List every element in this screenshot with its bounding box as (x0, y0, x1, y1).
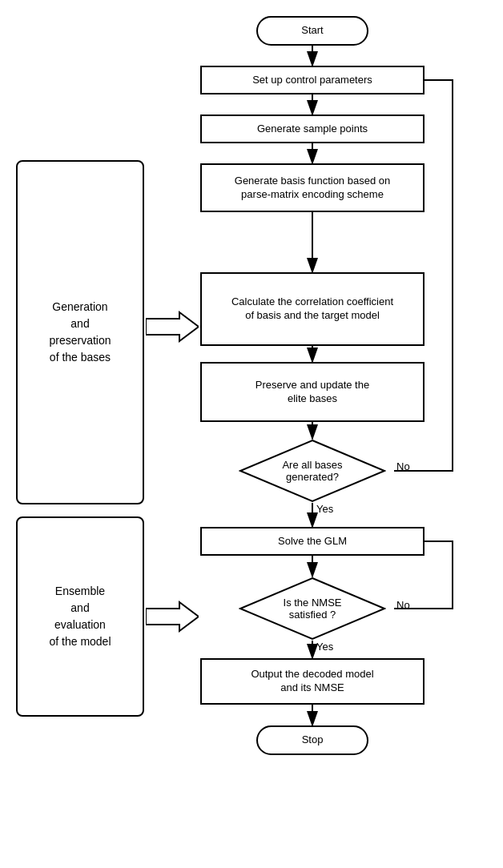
no1-label: No (396, 460, 410, 472)
stop-node: Stop (256, 725, 368, 755)
side-box-ensemble: Ensembleandevaluationof the model (16, 516, 144, 717)
yes2-label: Yes (316, 641, 333, 653)
sample-node: Generate sample points (200, 115, 425, 143)
calc-corr-node: Calculate the correlation coefficientof … (200, 272, 425, 346)
all-bases-diamond: Are all basesgenerated? (239, 439, 386, 503)
output-node: Output the decoded modeland its NMSE (200, 658, 425, 705)
setup-node: Set up control parameters (200, 66, 425, 94)
calc-corr-label: Calculate the correlation coefficientof … (231, 295, 393, 323)
all-bases-label: Are all basesgenerated? (282, 459, 342, 483)
preserve-node: Preserve and update theelite bases (200, 362, 425, 422)
svg-marker-13 (146, 312, 199, 341)
flowchart-diagram: Start Set up control parameters Generate… (0, 0, 503, 868)
fat-arrow-1 (146, 311, 199, 343)
svg-marker-14 (146, 602, 199, 631)
yes1-label: Yes (316, 503, 333, 515)
solve-glm-node: Solve the GLM (200, 527, 425, 556)
nmse-label: Is the NMSEsatisfied ? (284, 597, 342, 621)
start-node: Start (256, 16, 368, 46)
nmse-check-diamond: Is the NMSEsatisfied ? (239, 577, 386, 641)
preserve-label: Preserve and update theelite bases (256, 379, 369, 406)
basis-gen-node: Generate basis function based onparse-ma… (200, 163, 425, 212)
fat-arrow-2 (146, 601, 199, 633)
side-box-generation: Generationandpreservationof the bases (16, 160, 144, 504)
basis-gen-label: Generate basis function based onparse-ma… (235, 175, 390, 202)
side-box-ensemble-label: Ensembleandevaluationof the model (49, 583, 111, 650)
no2-label: No (396, 599, 410, 611)
output-label: Output the decoded modeland its NMSE (251, 668, 373, 695)
side-box-generation-label: Generationandpreservationof the bases (49, 299, 111, 366)
